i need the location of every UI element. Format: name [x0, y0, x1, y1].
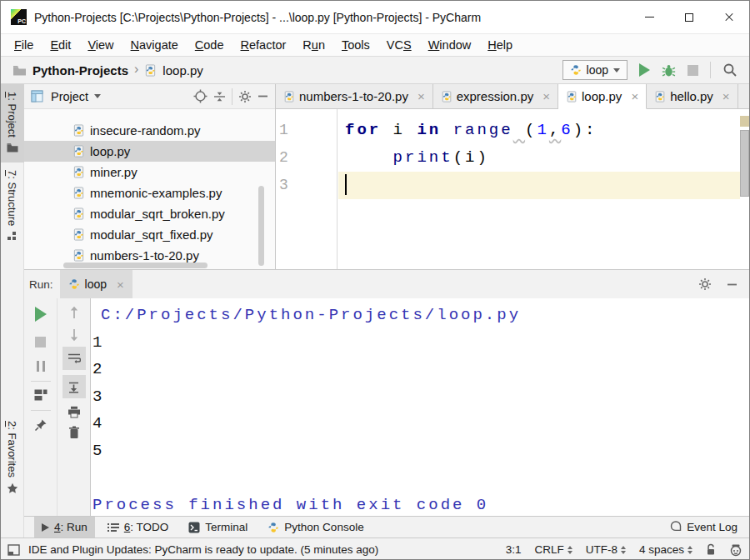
tree-item[interactable]: modular_sqrt_fixed.py	[24, 224, 275, 245]
run-tab[interactable]: loop	[60, 270, 132, 298]
close-tab-icon[interactable]	[542, 90, 550, 102]
caret-position[interactable]: 3:1	[506, 543, 522, 556]
todo-list-icon	[108, 522, 119, 532]
toolwindow-tab-todo[interactable]: 6: TODO	[100, 517, 177, 538]
search-everywhere-button[interactable]	[722, 62, 738, 78]
project-panel-title[interactable]: Project	[51, 90, 88, 103]
menu-vcs[interactable]: VCS	[378, 38, 420, 52]
line-number: 1	[279, 117, 337, 144]
console-output-line: 2	[92, 356, 750, 383]
breadcrumb-project[interactable]: Python-Projects	[32, 63, 128, 78]
toolwindow-tab-terminal[interactable]: Terminal	[181, 517, 255, 538]
terminal-icon	[188, 522, 200, 533]
menu-window[interactable]: Window	[420, 38, 480, 52]
debug-button[interactable]	[662, 63, 676, 78]
toolwindow-tab-project[interactable]: 1: Project	[1, 84, 24, 162]
minimize-button[interactable]	[629, 1, 669, 33]
editor-tab[interactable]: hello.py	[647, 84, 738, 108]
run-configuration-label: loop	[587, 63, 608, 77]
project-tree: insecure-random.py loop.py miner.py mnem…	[24, 109, 275, 268]
hide-panel-icon[interactable]	[727, 279, 738, 290]
toolwindow-tab-python-console[interactable]: Python Console	[260, 517, 371, 538]
stop-button[interactable]	[35, 337, 46, 348]
editor-tab[interactable]: numbers-1-to-20.py	[276, 84, 433, 108]
menu-tools[interactable]: Tools	[333, 38, 378, 52]
editor-tab-active[interactable]: loop.py	[558, 84, 647, 109]
tree-item[interactable]: mnemonic-examples.py	[24, 182, 275, 203]
tree-item[interactable]: modular_sqrt_broken.py	[24, 203, 275, 224]
run-button[interactable]	[639, 63, 650, 77]
encoding-select[interactable]: UTF-8	[586, 543, 626, 556]
indent-select[interactable]: 4 spaces	[639, 543, 692, 556]
hide-panel-icon[interactable]	[258, 91, 268, 102]
menu-view[interactable]: View	[79, 38, 122, 52]
menu-run[interactable]: Run	[294, 38, 333, 52]
close-tab-icon[interactable]	[117, 278, 124, 291]
collapse-all-icon[interactable]	[213, 90, 226, 103]
inspections-profile-icon[interactable]	[729, 543, 742, 557]
stop-button[interactable]	[688, 65, 698, 76]
editor-tab[interactable]: expression.py	[433, 84, 558, 108]
breadcrumb-file[interactable]: loop.py	[162, 63, 202, 78]
menu-navigate[interactable]: Navigate	[122, 38, 187, 52]
python-file-icon	[441, 91, 452, 102]
run-configuration-select[interactable]: loop	[562, 60, 628, 80]
rerun-button[interactable]	[35, 307, 47, 322]
restore-layout-button[interactable]	[34, 389, 48, 401]
left-toolwindow-bar: 1: Project 7: Structure 2: Favorites	[1, 84, 24, 538]
pin-button[interactable]	[34, 418, 48, 432]
menu-help[interactable]: Help	[479, 38, 521, 52]
toolwindow-tab-run[interactable]: 4: Run	[34, 517, 95, 538]
menu-refactor[interactable]: Refactor	[232, 38, 295, 52]
title-bar: PC Python-Projects [C:\Projects\Python-P…	[1, 1, 749, 34]
run-toolwindow-title: Run:	[29, 278, 53, 291]
console-output-line: 5	[92, 438, 750, 465]
gear-icon[interactable]	[238, 90, 252, 103]
python-icon	[268, 522, 279, 533]
event-log-icon	[670, 521, 682, 533]
pause-output-button[interactable]	[37, 361, 45, 372]
tree-item[interactable]: insecure-random.py	[24, 120, 275, 141]
up-arrow-button[interactable]	[68, 306, 80, 320]
toolwindow-switcher-icon[interactable]	[8, 544, 20, 556]
locate-file-icon[interactable]	[193, 89, 208, 103]
menu-code[interactable]: Code	[187, 38, 232, 52]
editor-gutter: 1 2 3	[276, 109, 338, 269]
down-arrow-button[interactable]	[68, 328, 80, 342]
console-output-line	[92, 464, 750, 492]
close-button[interactable]	[709, 1, 749, 33]
menu-edit[interactable]: Edit	[42, 38, 79, 52]
toolwindow-tab-structure[interactable]: 7: Structure	[1, 162, 24, 251]
star-icon	[7, 482, 18, 497]
tree-vertical-scrollbar[interactable]	[258, 186, 264, 266]
menu-file[interactable]: File	[6, 38, 42, 52]
project-view-dropdown-icon[interactable]	[94, 94, 101, 98]
tree-item[interactable]: miner.py	[24, 162, 275, 182]
python-file-icon	[72, 166, 85, 178]
event-log-button[interactable]: Event Log	[670, 521, 738, 533]
maximize-icon	[685, 13, 693, 22]
maximize-button[interactable]	[669, 1, 709, 33]
close-tab-icon[interactable]	[631, 90, 638, 102]
run-play-icon	[42, 523, 49, 532]
line-number: 2	[279, 144, 337, 172]
close-tab-icon[interactable]	[418, 90, 425, 102]
tree-item-selected[interactable]: loop.py	[24, 141, 275, 162]
line-separator-select[interactable]: CRLF	[534, 543, 572, 556]
scroll-to-end-toggle[interactable]	[62, 375, 86, 398]
toolwindow-tab-favorites[interactable]: 2: Favorites	[1, 413, 24, 504]
clear-console-button[interactable]	[68, 426, 80, 439]
code-editor[interactable]: 1 2 3 for i in range (1,6): print(i)	[276, 109, 750, 269]
chevron-right-icon: ›	[134, 62, 138, 78]
warning-stripe-mark[interactable]	[740, 116, 749, 127]
tree-horizontal-scrollbar[interactable]	[63, 262, 208, 268]
gear-icon[interactable]	[698, 278, 712, 291]
python-file-icon	[72, 208, 85, 220]
print-button[interactable]	[68, 406, 81, 418]
status-bar: IDE and Plugin Updates: PyCharm is ready…	[1, 538, 749, 560]
soft-wrap-toggle[interactable]	[62, 347, 86, 370]
unlocked-icon[interactable]	[706, 543, 716, 556]
close-tab-icon[interactable]	[722, 90, 730, 102]
editor-scrollbar[interactable]	[740, 130, 749, 197]
console-options-toolbar	[58, 298, 91, 517]
